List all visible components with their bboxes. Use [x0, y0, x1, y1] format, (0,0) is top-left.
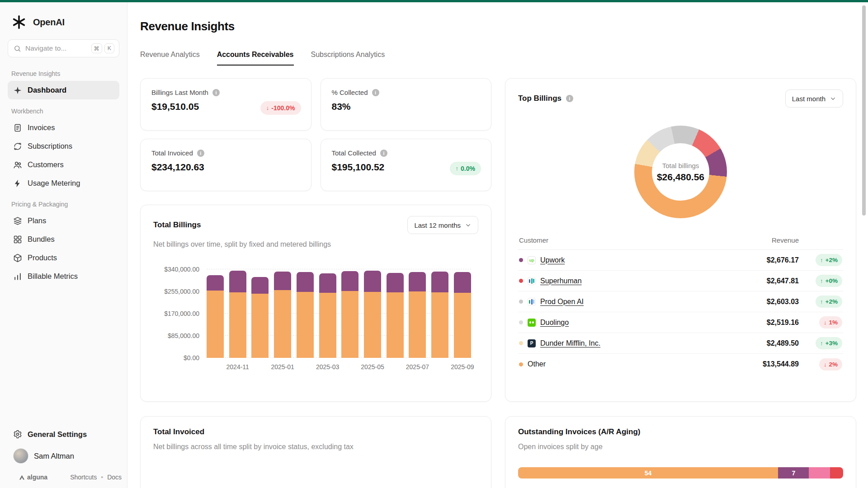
bar-segment-metered [387, 273, 404, 292]
bar-2024-12[interactable] [251, 269, 269, 358]
bar-segment-metered [274, 272, 291, 291]
customer-link[interactable]: Dunder Mifflin, Inc. [540, 339, 600, 347]
total-invoiced-title: Total Invoiced [153, 427, 204, 436]
table-row-prod-open-ai: Prod Open AI$2,603.03↑+2% [518, 291, 843, 312]
table-row-duolingo: Duolingo$2,519.16↓1% [518, 312, 843, 333]
y-axis: $0.00$85,000.00$170,000.00$255,000.00$34… [153, 269, 207, 358]
info-icon[interactable]: i [380, 150, 387, 157]
legend-dot [519, 279, 523, 283]
bar-2025-01[interactable] [274, 269, 291, 358]
revenue-value: $2,676.17 [722, 256, 799, 264]
vertical-scrollbar[interactable] [862, 5, 866, 216]
sidebar-item-subscriptions[interactable]: Subscriptions [8, 137, 119, 155]
ar-aging-title: Outstanding Invoices (A/R Aging) [518, 427, 640, 436]
sidebar-item-usage-metering[interactable]: Usage Metering [8, 174, 119, 192]
tab-revenue-analytics[interactable]: Revenue Analytics [140, 51, 200, 66]
customer-cell: upUpwork [519, 256, 722, 264]
bar-segment-fixed [207, 291, 224, 358]
aging-bar[interactable]: 547 [518, 467, 843, 479]
bar-2024-10[interactable] [207, 269, 224, 358]
badge-cell: ↓2% [819, 358, 842, 371]
top-billings-range-label: Last month [792, 95, 826, 103]
sidebar-bottom: General Settings Sam Altman alguna Short… [0, 424, 127, 488]
sidebar-item-label: Invoices [28, 123, 55, 132]
bar-2025-06[interactable] [387, 269, 404, 358]
badge-cell: ↑+2% [816, 254, 842, 266]
info-icon[interactable]: i [566, 95, 573, 102]
gear-icon [13, 430, 22, 439]
customer-link[interactable]: Superhuman [540, 277, 582, 285]
bar-segment-metered [431, 272, 448, 292]
customer-link[interactable]: Prod Open AI [540, 298, 584, 306]
bar-2025-09[interactable] [454, 269, 471, 358]
sidebar-item-label: Plans [28, 216, 46, 225]
sidebar-item-customers[interactable]: Customers [8, 155, 119, 174]
total-invoiced-card: Total Invoiced Net billings across all t… [140, 416, 491, 488]
info-icon[interactable]: i [212, 89, 220, 96]
search-keys: ⌘K [91, 43, 115, 53]
sidebar-nav: Revenue InsightsDashboardWorkbenchInvoic… [0, 61, 127, 424]
customer-cell: Duolingo [519, 319, 722, 327]
bar-segment-fixed [229, 292, 246, 358]
workspace-logo-row[interactable]: OpenAI [0, 2, 127, 37]
table-header: Customer Revenue [518, 236, 843, 250]
x-slot: 2024-11 [229, 363, 246, 372]
sidebar-item-bundles[interactable]: Bundles [8, 230, 119, 249]
arrow-up-icon: ↑ [820, 298, 823, 305]
table-row-dunder-mifflin-inc: PDunder Mifflin, Inc.$2,489.50↑+3% [518, 333, 843, 354]
key-badge-: ⌘ [91, 43, 103, 53]
change-badge: ↑+0% [816, 275, 842, 287]
tab-accounts-receivables[interactable]: Accounts Receivables [217, 51, 294, 66]
sidebar-item-dashboard[interactable]: Dashboard [8, 81, 119, 99]
stat-label-text: Total Invoiced [151, 149, 193, 157]
arrow-down-icon: ↓ [266, 104, 269, 111]
stat-label-text: % Collected [332, 89, 368, 96]
sidebar-item-plans[interactable]: Plans [8, 211, 119, 230]
sidebar-item-billable-metrics[interactable]: Billable Metrics [8, 267, 119, 286]
total-billings-card: Total Billings Last 12 months Net billin… [140, 205, 491, 402]
bar-2025-08[interactable] [431, 269, 448, 358]
change-badge: ↓2% [819, 358, 842, 371]
billings-range-select[interactable]: Last 12 months [407, 216, 478, 234]
x-slot [341, 363, 359, 372]
info-icon[interactable]: i [197, 150, 204, 157]
user-menu[interactable]: Sam Altman [8, 444, 119, 468]
top-billings-range-select[interactable]: Last month [785, 89, 843, 108]
top-billings-header: Top Billings i Last month [518, 89, 843, 108]
stat-label-text: Billings Last Month [151, 89, 208, 96]
bar-2025-04[interactable] [341, 269, 359, 358]
billings-range-label: Last 12 months [414, 221, 461, 229]
y-tick-label: $85,000.00 [168, 332, 199, 339]
customer-link[interactable]: Duolingo [540, 319, 569, 327]
general-settings-label: General Settings [28, 430, 87, 439]
sidebar-item-products[interactable]: Products [8, 249, 119, 267]
alguna-brand-link[interactable]: alguna [19, 474, 47, 481]
search-input[interactable]: Navigate to... ⌘K [8, 39, 119, 57]
footer-link-docs[interactable]: Docs [107, 474, 122, 481]
bar-2024-11[interactable] [229, 269, 246, 358]
footer-link-shortcuts[interactable]: Shortcuts [70, 474, 97, 481]
chevron-down-icon [465, 222, 472, 229]
sidebar-item-label: Subscriptions [28, 142, 72, 150]
sidebar-item-invoices[interactable]: Invoices [8, 118, 119, 137]
info-icon[interactable]: i [372, 89, 379, 96]
tab-bar: Revenue AnalyticsAccounts ReceivablesSub… [140, 51, 856, 66]
openai-logo-icon [11, 14, 27, 30]
change-badge: ↑+3% [816, 337, 842, 349]
usage-metering-icon [13, 179, 22, 188]
general-settings-button[interactable]: General Settings [8, 424, 119, 444]
total-billings-header: Total Billings Last 12 months [153, 216, 478, 234]
dunder-mifflin-logo: P [528, 339, 536, 347]
tab-subscriptions-analytics[interactable]: Subscriptions Analytics [311, 51, 385, 66]
total-billings-subtitle: Net billings over time, split by fixed a… [153, 240, 478, 249]
donut-chart[interactable]: Total billings $26,480.56 [634, 126, 727, 218]
bar-2025-02[interactable] [297, 269, 314, 358]
bar-2025-03[interactable] [319, 269, 336, 358]
stat-value: $234,120.63 [151, 162, 300, 173]
bar-segment-metered [319, 273, 336, 293]
top-billings-card: Top Billings i Last month [505, 78, 856, 402]
stat-card-collected: % Collectedi83% [321, 78, 492, 131]
bar-2025-05[interactable] [364, 269, 381, 358]
customer-link[interactable]: Upwork [540, 256, 565, 264]
bar-2025-07[interactable] [409, 269, 426, 358]
